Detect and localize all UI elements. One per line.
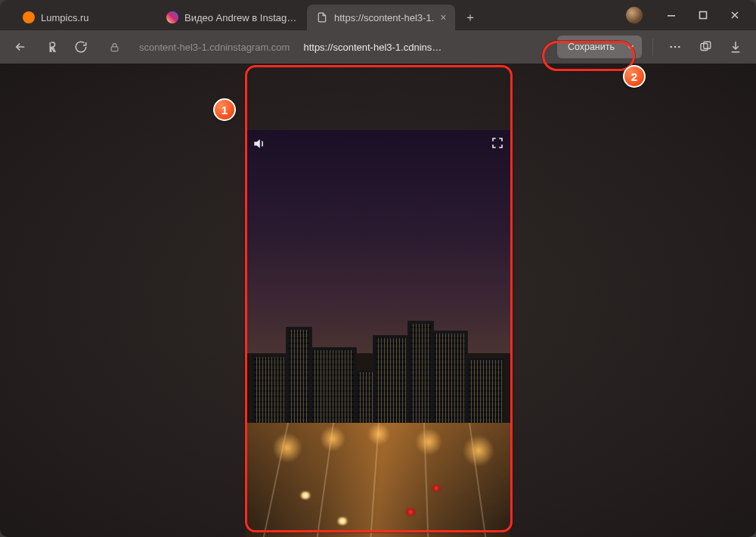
page-viewport: [0, 64, 756, 537]
save-dropdown-button[interactable]: [622, 42, 639, 52]
window-maximize-button[interactable]: [688, 3, 718, 27]
favicon-instagram: [166, 11, 178, 23]
svg-point-5: [678, 46, 680, 48]
new-tab-button[interactable]: ＋: [460, 7, 481, 28]
tab-label: Lumpics.ru: [41, 12, 89, 23]
back-button[interactable]: [9, 36, 32, 58]
lock-icon[interactable]: [103, 36, 125, 58]
reload-button[interactable]: [70, 36, 92, 58]
svg-rect-6: [701, 44, 708, 51]
tab-lumpics[interactable]: Lumpics.ru: [14, 5, 157, 30]
svg-point-4: [674, 46, 677, 48]
more-menu-button[interactable]: [664, 36, 686, 58]
svg-rect-7: [704, 42, 711, 48]
svg-rect-0: [668, 15, 675, 17]
tab-strip: Lumpics.ru Видео Andrew в Instagram http…: [0, 0, 756, 30]
file-icon: [316, 11, 328, 23]
svg-point-3: [670, 46, 672, 48]
video-player[interactable]: [246, 130, 510, 537]
toolbar-divider: [652, 39, 653, 55]
save-button[interactable]: Сохранить: [568, 42, 615, 52]
window-close-button[interactable]: [720, 3, 750, 27]
address-bar[interactable]: scontent-hel3-1.cdninstagram.com https:/…: [133, 36, 550, 58]
svg-rect-1: [700, 12, 707, 19]
address-host: scontent-hel3-1.cdninstagram.com: [139, 42, 290, 53]
tab-label: https://scontent-hel3-1.: [334, 12, 434, 23]
yandex-home-button[interactable]: [39, 36, 62, 58]
video-thumbnail-road: [246, 423, 510, 537]
extensions-button[interactable]: [694, 36, 717, 58]
window-minimize-button[interactable]: [656, 3, 686, 27]
downloads-button[interactable]: [724, 36, 747, 58]
address-display: https://scontent-hel3-1.cdnins…: [303, 42, 442, 53]
save-button-group: Сохранить: [557, 36, 642, 58]
tab-scontent[interactable]: https://scontent-hel3-1. ×: [307, 5, 455, 30]
svg-rect-2: [111, 46, 118, 51]
tab-instagram[interactable]: Видео Andrew в Instagram: [157, 5, 307, 30]
profile-avatar[interactable]: [626, 7, 643, 23]
tab-label: Видео Andrew в Instagram: [184, 12, 298, 23]
fullscreen-icon[interactable]: [491, 136, 504, 150]
favicon-lumpics: [23, 11, 35, 23]
close-tab-icon[interactable]: ×: [440, 12, 446, 23]
toolbar: scontent-hel3-1.cdninstagram.com https:/…: [0, 30, 756, 64]
volume-icon[interactable]: [252, 136, 267, 151]
